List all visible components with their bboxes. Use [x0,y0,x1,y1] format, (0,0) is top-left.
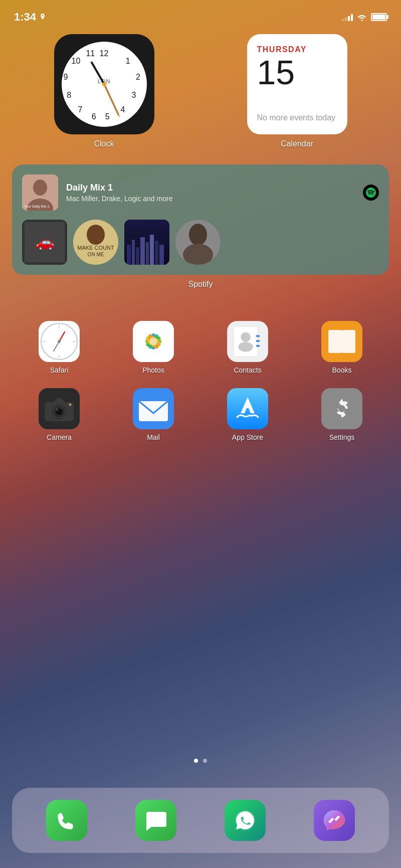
time-display: 1:34 [14,11,36,24]
svg-rect-15 [136,247,139,265]
clock-face: 12 1 2 3 4 5 6 7 8 9 10 11 LON [54,34,154,134]
svg-point-8 [87,225,105,245]
app-safari[interactable]: Safari [37,321,82,374]
spotify-album-thumb: Your Daily Mix 1 [22,175,58,211]
appstore-label: App Store [232,433,263,441]
status-icons [342,13,387,21]
dock [12,788,389,853]
svg-rect-18 [150,235,154,265]
spotify-logo [363,185,379,201]
svg-text:ON ME: ON ME [88,252,104,257]
spotify-header: Your Daily Mix 1 Daily Mix 1 Mac Miller,… [22,175,379,211]
safari-label: Safari [50,366,69,374]
dock-messages[interactable] [135,800,176,841]
clock-3: 3 [132,91,136,100]
appstore-icon [227,388,268,429]
clock-6: 6 [92,112,96,121]
clock-8: 8 [67,91,71,100]
spotify-label: Spotify [188,280,213,289]
svg-point-23 [189,224,207,246]
contacts-label: Contacts [234,366,261,374]
clock-7: 7 [78,105,82,114]
clock-11: 11 [86,49,95,58]
contacts-icon [227,321,268,362]
app-photos[interactable]: Photos [131,321,176,374]
photos-icon [133,321,174,362]
page-dot-1[interactable] [194,759,198,763]
photos-label: Photos [142,366,164,374]
svg-rect-52 [256,345,260,347]
calendar-label: Calendar [281,139,313,148]
calendar-widget[interactable]: THURSDAY 15 No more events today Calenda… [205,34,389,148]
camera-icon [39,388,80,429]
svg-point-54 [238,342,253,352]
track-3 [124,220,169,265]
clock-4: 4 [120,105,125,114]
svg-point-1 [33,180,47,196]
svg-rect-51 [256,340,260,342]
svg-rect-13 [127,245,131,265]
cal-date: 15 [257,55,337,89]
mail-label: Mail [147,433,160,441]
status-time: 1:34 [14,11,46,24]
app-row-1: Safari [12,321,389,374]
status-bar: 1:34 [0,0,401,27]
dock-whatsapp[interactable] [225,800,266,841]
clock-widget[interactable]: 12 1 2 3 4 5 6 7 8 9 10 11 LON [12,34,196,148]
battery-icon [371,13,387,21]
app-contacts[interactable]: Contacts [225,321,270,374]
cal-events: No more events today [257,112,337,123]
svg-rect-50 [256,335,260,337]
app-row-2: Camera Mail [12,388,389,441]
app-camera[interactable]: Camera [37,388,82,441]
track-1: 🚗 [22,220,67,265]
svg-text:MAKE COUNT: MAKE COUNT [77,245,114,251]
clock-5: 5 [105,112,110,121]
books-icon [321,321,362,362]
spotify-subtitle: Mac Miller, Drake, Logic and more [66,195,355,203]
calendar-face: THURSDAY 15 No more events today [247,34,347,134]
mail-icon [133,388,174,429]
svg-rect-20 [159,245,164,265]
svg-point-24 [183,244,213,265]
app-mail[interactable]: Mail [131,388,176,441]
clock-12: 12 [100,49,109,58]
svg-text:🚗: 🚗 [36,233,55,251]
svg-point-72 [338,405,345,412]
books-label: Books [332,366,352,374]
svg-rect-16 [140,237,145,265]
dock-phone[interactable] [46,800,87,841]
svg-point-33 [58,340,61,343]
settings-label: Settings [329,433,355,441]
dock-messenger[interactable] [314,800,355,841]
svg-rect-57 [342,330,355,353]
spotify-info: Daily Mix 1 Mac Miller, Drake, Logic and… [66,183,355,203]
app-appstore[interactable]: App Store [225,388,270,441]
clock-1: 1 [126,57,130,66]
clock-2: 2 [136,73,140,82]
svg-rect-19 [155,241,158,265]
page-dot-2[interactable] [203,759,207,763]
location-icon [39,14,46,21]
spotify-tracks: 🚗 MAKE COUNT ON ME [22,220,379,265]
signal-bars [342,13,353,21]
clock-label: Clock [94,139,114,148]
wifi-icon [357,13,367,21]
safari-icon [39,321,80,362]
camera-label: Camera [47,433,72,441]
svg-rect-56 [328,330,342,353]
svg-point-53 [241,332,251,342]
track-2: MAKE COUNT ON ME [73,220,118,265]
spotify-widget[interactable]: Your Daily Mix 1 Daily Mix 1 Mac Miller,… [12,164,389,275]
spotify-title: Daily Mix 1 [66,183,355,193]
app-settings[interactable]: Settings [319,388,364,441]
clock-center-dot [102,82,106,86]
spotify-widget-area[interactable]: Your Daily Mix 1 Daily Mix 1 Mac Miller,… [12,164,389,289]
clock-10: 10 [71,57,80,66]
svg-point-47 [149,337,157,345]
app-books[interactable]: Books [319,321,364,374]
track-4 [175,220,221,265]
svg-rect-14 [132,240,135,265]
spotify-mix-label: Your Daily Mix 1 [24,205,49,209]
widgets-area: 12 1 2 3 4 5 6 7 8 9 10 11 LON [12,34,389,148]
